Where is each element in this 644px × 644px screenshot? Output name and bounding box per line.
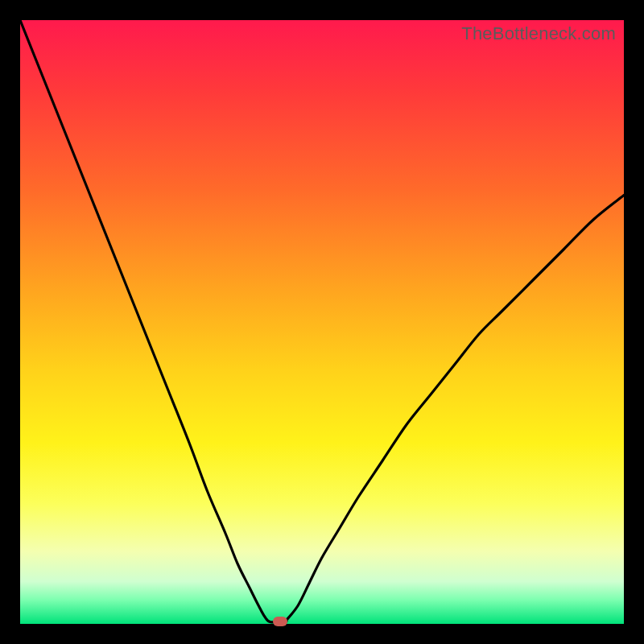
curve-path: [20, 20, 624, 622]
optimal-point-marker: [273, 617, 287, 626]
bottleneck-curve: [20, 20, 624, 624]
chart-frame: TheBottleneck.com: [0, 0, 644, 644]
plot-area: TheBottleneck.com: [20, 20, 624, 624]
